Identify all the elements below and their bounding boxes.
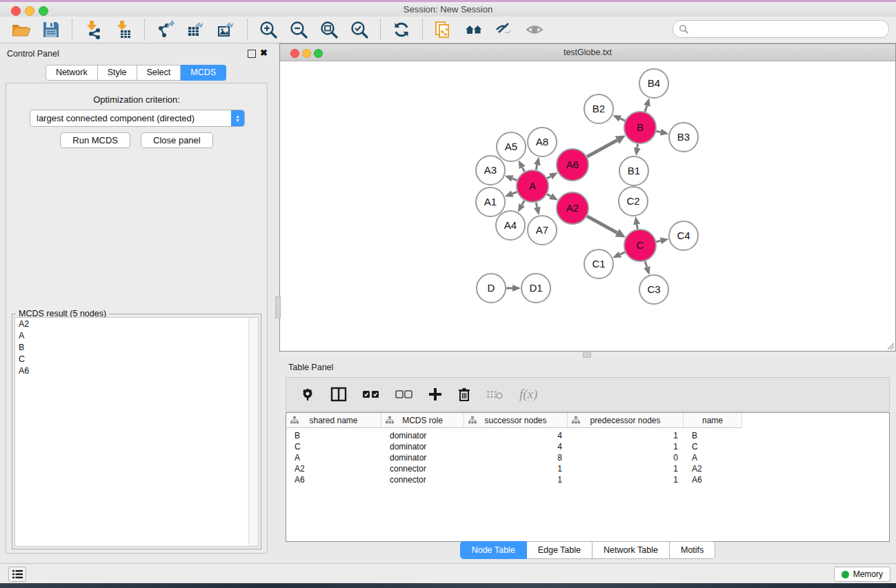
delete-table-icon[interactable] <box>486 384 504 405</box>
first-neighbors-icon[interactable] <box>464 19 484 40</box>
node-A1[interactable]: A1 <box>476 187 505 216</box>
hide-graphics-details-icon[interactable] <box>494 19 515 40</box>
mcds-result-item[interactable]: B <box>15 341 258 353</box>
cell-predecessor-nodes[interactable]: 1 <box>568 463 684 474</box>
select-all-icon[interactable] <box>362 384 380 405</box>
split-divider-handle-horizontal[interactable] <box>583 352 591 358</box>
zoom-selected-icon[interactable] <box>349 19 370 40</box>
show-graphics-details-icon[interactable] <box>524 19 545 40</box>
node-C3[interactable]: C3 <box>639 275 668 304</box>
cell-shared-name[interactable]: A <box>286 452 381 463</box>
edge-B-B4[interactable] <box>645 105 647 112</box>
import-table-icon[interactable] <box>113 19 134 40</box>
node-A[interactable]: A <box>517 170 548 202</box>
cell-shared-name[interactable]: C <box>286 441 381 452</box>
edge-B-B2[interactable] <box>620 119 625 121</box>
tab-network-table[interactable]: Network Table <box>593 541 670 559</box>
edge-C-C3[interactable] <box>645 261 647 267</box>
cell-MCDS-role[interactable]: dominator <box>381 430 464 441</box>
cell-predecessor-nodes[interactable]: 0 <box>568 452 684 463</box>
close-panel-button[interactable]: Close panel <box>141 132 213 148</box>
tab-style[interactable]: Style <box>98 65 137 81</box>
open-session-icon[interactable] <box>10 19 31 40</box>
mcds-result-list[interactable]: A2ABCA6 <box>14 317 259 547</box>
edge-C-C1[interactable] <box>620 252 625 254</box>
delete-row-icon[interactable] <box>457 384 471 405</box>
mcds-result-item[interactable]: A6 <box>15 365 258 376</box>
cell-predecessor-nodes[interactable]: 1 <box>568 430 684 441</box>
cell-name[interactable]: B <box>684 430 742 441</box>
refresh-icon[interactable] <box>391 19 412 40</box>
node-A2[interactable]: A2 <box>557 192 588 224</box>
window-resize-grip[interactable] <box>885 341 895 350</box>
cell-name[interactable]: A6 <box>684 474 742 485</box>
edge-A-A8[interactable] <box>536 165 537 170</box>
edge-C-C4[interactable] <box>656 241 660 241</box>
tab-select[interactable]: Select <box>137 65 181 81</box>
tab-motifs[interactable]: Motifs <box>670 541 715 559</box>
node-B4[interactable]: B4 <box>639 69 668 98</box>
zoom-out-icon[interactable] <box>288 19 309 40</box>
node-C4[interactable]: C4 <box>669 221 698 250</box>
table-row[interactable]: Cdominator41C <box>286 441 889 452</box>
export-table-icon[interactable] <box>186 19 206 40</box>
node-A6[interactable]: A6 <box>557 149 588 181</box>
task-history-button[interactable] <box>8 567 26 582</box>
table-settings-icon[interactable] <box>300 384 315 405</box>
cell-predecessor-nodes[interactable]: 1 <box>568 474 684 485</box>
memory-button[interactable]: Memory <box>834 567 890 582</box>
export-network-icon[interactable] <box>155 19 176 40</box>
mcds-result-item[interactable]: A2 <box>15 318 258 330</box>
cell-successor-nodes[interactable]: 8 <box>464 452 568 463</box>
edge-B-B1[interactable] <box>637 144 638 148</box>
node-C1[interactable]: C1 <box>584 250 613 278</box>
search-field[interactable] <box>673 20 889 38</box>
cell-shared-name[interactable]: A2 <box>286 463 381 474</box>
edge-B-B3[interactable] <box>656 131 660 132</box>
save-session-icon[interactable] <box>41 19 61 40</box>
edge-A-A6[interactable] <box>547 176 550 179</box>
tab-node-table[interactable]: Node Table <box>460 541 527 559</box>
node-A8[interactable]: A8 <box>528 128 557 156</box>
edge-A2-C[interactable] <box>587 216 617 233</box>
add-row-icon[interactable] <box>428 384 442 405</box>
edge-A-A1[interactable] <box>512 192 517 194</box>
cell-successor-nodes[interactable]: 4 <box>464 441 568 452</box>
node-C[interactable]: C <box>624 230 656 261</box>
node-B3[interactable]: B3 <box>669 123 698 152</box>
column-header-predecessor-nodes[interactable]: predecessor nodes <box>568 413 684 428</box>
table-row[interactable]: Bdominator41B <box>286 430 889 441</box>
cell-MCDS-role[interactable]: connector <box>381 463 464 474</box>
cell-predecessor-nodes[interactable]: 1 <box>568 441 684 452</box>
cell-MCDS-role[interactable]: dominator <box>381 441 464 452</box>
deselect-all-icon[interactable] <box>395 384 413 405</box>
node-A3[interactable]: A3 <box>476 156 505 185</box>
cell-successor-nodes[interactable]: 4 <box>464 430 568 441</box>
node-D[interactable]: D <box>477 274 506 303</box>
mcds-result-item[interactable]: C <box>15 353 258 365</box>
edge-A-A3[interactable] <box>512 179 517 181</box>
run-mcds-button[interactable]: Run MCDS <box>60 132 130 148</box>
node-A7[interactable]: A7 <box>528 216 557 245</box>
zoom-fit-icon[interactable] <box>319 19 339 40</box>
criterion-select[interactable]: largest connected component (directed) ▲… <box>30 110 245 127</box>
node-B1[interactable]: B1 <box>619 156 648 185</box>
function-builder-icon[interactable]: f(x) <box>519 384 537 405</box>
node-A4[interactable]: A4 <box>496 211 525 240</box>
node-B2[interactable]: B2 <box>584 94 613 123</box>
table-row[interactable]: A6connector11A6 <box>286 474 889 485</box>
tab-mcds[interactable]: MCDS <box>181 65 226 81</box>
edge-A-A7[interactable] <box>536 202 537 207</box>
float-panel-icon[interactable] <box>248 50 256 58</box>
clone-network-icon[interactable] <box>433 19 454 40</box>
split-divider-handle-vertical[interactable] <box>275 296 281 318</box>
column-header-name[interactable]: name <box>684 413 742 428</box>
mcds-result-item[interactable]: A <box>15 330 258 341</box>
table-row[interactable]: A2connector11A2 <box>286 463 889 474</box>
search-input[interactable] <box>688 23 883 34</box>
node-C2[interactable]: C2 <box>619 187 648 216</box>
cell-shared-name[interactable]: B <box>286 430 381 441</box>
node-D1[interactable]: D1 <box>521 274 550 303</box>
columns-icon[interactable] <box>330 384 347 405</box>
edge-A6-B[interactable] <box>587 140 617 156</box>
